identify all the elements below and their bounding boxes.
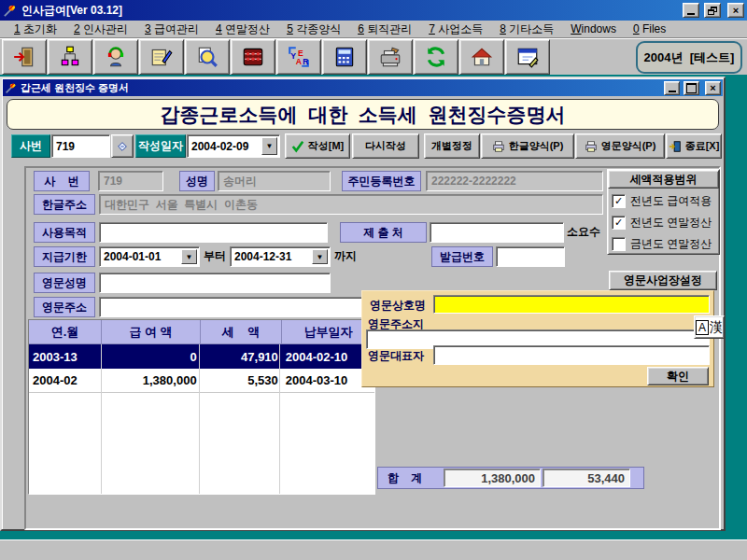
english-name-input[interactable] — [99, 273, 331, 293]
empno-lookup-button[interactable] — [111, 134, 134, 158]
app-window: 인사급여[Ver 03.12] × 1 초기화 2 인사관리 3 급여관리 4 … — [0, 0, 747, 560]
menu-item-payroll[interactable]: 3 급여관리 — [136, 21, 207, 38]
english-form-label: 영문양식(P) — [601, 139, 656, 153]
checkbox-icon[interactable]: ✓ — [612, 216, 626, 230]
menu-item-files[interactable]: 0 Files — [625, 21, 674, 36]
certificate-window: 갑근세 원천징수 증명서 × 갑종근로소득에 대한 소득세 원천징수증명서 사번… — [0, 77, 726, 531]
tax-scope-option-3[interactable]: 금년도 연말정산 — [612, 236, 712, 252]
abacus-icon — [241, 45, 265, 69]
app-titlebar: 인사급여[Ver 03.12] × — [0, 0, 747, 21]
exit-door-icon — [12, 45, 36, 69]
toolbar-refresh-button[interactable] — [414, 39, 458, 75]
table-gridline — [101, 344, 102, 494]
period-from-dropdown[interactable]: 2004-01-01▼ — [99, 246, 200, 267]
english-form-button[interactable]: 영문양식(P) — [575, 133, 665, 159]
tax-scope-option-1-label: 전년도 급여적용 — [630, 193, 712, 209]
menu-item-windows[interactable]: Windows — [562, 21, 625, 36]
english-workplace-panel: 영문상호명 영문주소지 영문대표자 확인 — [361, 290, 714, 387]
close-button[interactable]: × — [727, 3, 744, 18]
submit-to-label: 제 출 처 — [340, 222, 427, 243]
chevron-down-icon[interactable]: ▼ — [312, 249, 328, 264]
english-name-label: 영문성명 — [34, 273, 95, 293]
restore-icon — [708, 7, 718, 15]
torch-window-icon — [5, 82, 17, 94]
tax-scope-option-1[interactable]: ✓전년도 급여적용 — [612, 193, 712, 209]
korean-address-value: 대한민구 서울 특별시 이촌동 — [99, 194, 603, 215]
toolbar-home-button[interactable] — [459, 39, 504, 75]
printer-setup-icon — [378, 45, 402, 69]
individual-adjust-button[interactable]: 개별정정 — [424, 133, 480, 159]
english-company-input[interactable] — [433, 295, 710, 314]
doc-close-button[interactable]: × — [705, 81, 721, 95]
table-row[interactable]: 2004-02 1,380,000 5,530 2004-03-10 — [29, 369, 374, 393]
doc-minimize-button[interactable] — [664, 81, 680, 95]
toolbar-calculator-button[interactable] — [322, 39, 367, 75]
write-date-dropdown[interactable]: 2004-02-09▼ — [187, 134, 280, 158]
toolbar-exit-button[interactable] — [2, 39, 47, 75]
doc-maximize-button[interactable] — [684, 81, 699, 95]
purpose-label: 사용목적 — [34, 222, 95, 243]
submit-to-input[interactable] — [430, 222, 564, 243]
chevron-down-icon[interactable]: ▼ — [181, 249, 197, 264]
period-to-dropdown[interactable]: 2004-12-31▼ — [230, 246, 331, 267]
period-from-value: 2004-01-01 — [104, 250, 161, 263]
year-select-icon: YEAR — [287, 45, 311, 69]
tax-scope-option-2[interactable]: ✓전년도 연말정산 — [612, 215, 712, 231]
confirm-button[interactable]: 확인 — [647, 367, 709, 385]
menu-item-hr[interactable]: 2 인사관리 — [65, 21, 136, 38]
toolbar-year-button[interactable]: YEAR — [276, 39, 321, 75]
purpose-input[interactable] — [99, 222, 328, 243]
menu-bar: 1 초기화 2 인사관리 3 급여관리 4 연말정산 5 각종양식 6 퇴직관리… — [0, 21, 747, 38]
remake-button[interactable]: 다시작성 — [352, 133, 419, 159]
cell-salary: 1,380,000 — [103, 369, 201, 392]
english-workplace-setup-button[interactable]: 영문사업장설정 — [609, 271, 717, 290]
minimize-icon — [687, 13, 695, 15]
menu-item-yearend[interactable]: 4 연말정산 — [207, 21, 278, 38]
period-to-suffix: 까지 — [334, 248, 357, 264]
menu-item-other-income[interactable]: 8 기타소득 — [491, 21, 562, 38]
empno-toolbar-input[interactable]: 719 — [51, 134, 110, 158]
make-button[interactable]: 작성[M] — [285, 133, 350, 159]
toolbar-employee-button[interactable] — [93, 39, 138, 75]
english-company-label: 영문상호명 — [370, 298, 426, 314]
restore-button[interactable] — [704, 3, 721, 18]
tax-scope-option-3-label: 금년도 연말정산 — [630, 236, 712, 252]
checkbox-icon[interactable]: ✓ — [612, 194, 626, 208]
ime-toggle-button[interactable]: A 漢 — [694, 315, 725, 339]
write-date-value: 2004-02-09 — [191, 140, 248, 153]
english-ceo-input[interactable] — [433, 345, 710, 365]
calculator-icon — [332, 45, 357, 69]
toolbar-window-settings-button[interactable] — [505, 39, 550, 75]
salary-table-header: 연.월 급 여 액 세 액 납부일자 — [29, 320, 374, 344]
toolbar-abacus-button[interactable] — [231, 39, 275, 75]
checkbox-icon[interactable] — [612, 237, 626, 251]
empno-toolbar-label: 사번 — [11, 134, 50, 158]
cell-yearmonth: 2003-13 — [29, 344, 103, 369]
toolbar-search-button[interactable] — [185, 39, 230, 75]
toolbar-print-setup-button[interactable] — [368, 39, 413, 75]
toolbar-notepad-button[interactable] — [139, 39, 184, 75]
menu-item-init[interactable]: 1 초기화 — [6, 21, 65, 38]
pay-period-label: 지급기한 — [34, 246, 95, 267]
period-to-value: 2004-12-31 — [234, 250, 291, 263]
exit-button[interactable]: 종료[X] — [666, 133, 722, 159]
minimize-button[interactable] — [683, 3, 699, 18]
table-gridline — [279, 344, 280, 494]
menu-item-retirement[interactable]: 6 퇴직관리 — [349, 21, 420, 38]
menu-item-forms[interactable]: 5 각종양식 — [278, 21, 349, 38]
toolbar-orgchart-button[interactable] — [48, 39, 92, 75]
printer-icon — [585, 140, 598, 153]
table-row-selected[interactable]: 2003-13 0 47,910 2004-02-10 — [29, 344, 374, 369]
column-header-tax[interactable]: 세 액 — [201, 320, 282, 344]
svg-text:R: R — [303, 57, 309, 66]
issue-number-label: 발급번호 — [431, 246, 493, 267]
column-header-salary[interactable]: 급 여 액 — [102, 320, 201, 344]
korean-form-button[interactable]: 한글양식(P) — [481, 133, 574, 159]
ime-hanja-icon: 漢 — [710, 319, 723, 336]
cell-salary: 0 — [103, 344, 201, 369]
chevron-down-icon[interactable]: ▼ — [261, 137, 277, 155]
cell-tax: 47,910 — [201, 344, 282, 369]
menu-item-business-income[interactable]: 7 사업소득 — [420, 21, 491, 38]
column-header-yearmonth[interactable]: 연.월 — [29, 320, 102, 344]
issue-number-input[interactable] — [496, 246, 565, 267]
